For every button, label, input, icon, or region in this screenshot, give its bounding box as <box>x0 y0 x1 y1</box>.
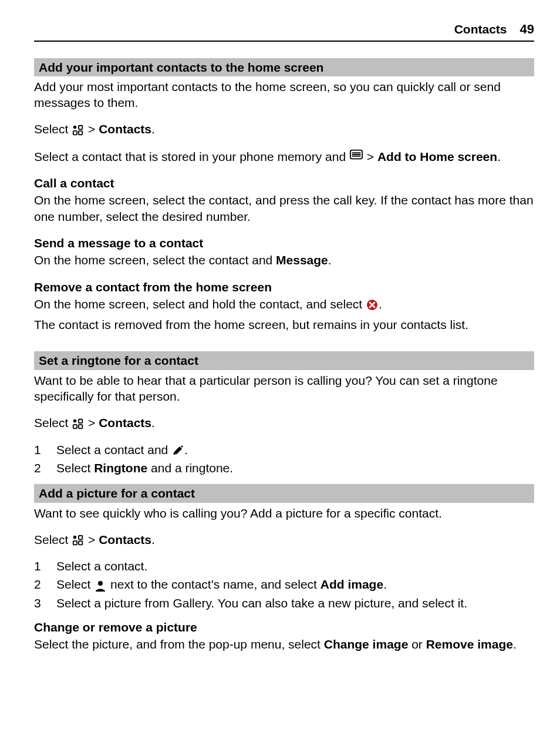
text: . <box>379 297 382 311</box>
text: . <box>151 122 155 136</box>
list-item: 2 Select Ringtone and a ringtone. <box>34 460 534 476</box>
edit-pencil-icon <box>171 444 184 457</box>
text: . <box>513 637 517 651</box>
subheading-remove-contact: Remove a contact from the home screen <box>34 279 534 295</box>
list-item: 1 Select a contact. <box>34 558 534 574</box>
body-text: Select a contact that is stored in your … <box>34 148 534 164</box>
menu-path-contacts: Contacts <box>99 122 151 136</box>
text: or <box>408 637 426 651</box>
body-text: Select > Contacts. <box>34 121 534 137</box>
svg-rect-19 <box>79 541 82 545</box>
section-heading-add-picture: Add a picture for a contact <box>34 484 534 502</box>
text: Select <box>34 416 72 429</box>
delete-x-icon <box>366 298 379 311</box>
svg-rect-1 <box>79 126 82 129</box>
menu-path-ringtone: Ringtone <box>94 461 147 475</box>
list-text: Select Ringtone and a ringtone. <box>56 460 233 476</box>
page-header: Contacts 49 <box>34 21 534 42</box>
text: > <box>88 416 99 429</box>
menu-path-change-image: Change image <box>324 637 409 651</box>
list-number: 1 <box>34 558 42 574</box>
options-menu-icon <box>349 148 363 161</box>
menu-path-contacts: Contacts <box>99 416 151 429</box>
text: > <box>88 122 99 136</box>
svg-rect-3 <box>79 131 82 135</box>
body-text: Want to be able to hear that a particula… <box>34 372 534 405</box>
subheading-change-picture: Change or remove a picture <box>34 619 534 635</box>
svg-rect-17 <box>79 536 82 539</box>
body-text: On the home screen, select and hold the … <box>34 296 534 312</box>
list-item: 1 Select a contact and . <box>34 442 534 458</box>
text: Select a contact that is stored in your … <box>34 150 349 163</box>
svg-point-0 <box>73 126 77 129</box>
text: . <box>497 150 501 163</box>
numbered-list: 1 Select a contact and . 2 Select Ringto… <box>34 442 534 476</box>
text: next to the contact's name, and select <box>110 577 321 591</box>
text: . <box>328 253 332 267</box>
text: . <box>184 443 188 456</box>
subheading-call-contact: Call a contact <box>34 175 534 191</box>
list-number: 2 <box>34 576 42 592</box>
text: . <box>151 416 155 429</box>
svg-rect-2 <box>73 131 77 135</box>
svg-rect-14 <box>79 425 82 428</box>
list-text: Select a contact. <box>56 558 147 574</box>
list-text: Select a picture from Gallery. You can a… <box>56 595 467 611</box>
body-text: The contact is removed from the home scr… <box>34 317 534 332</box>
text: . <box>383 577 387 591</box>
text: Select <box>34 533 72 546</box>
svg-point-11 <box>73 419 77 423</box>
menu-path-add-image: Add image <box>321 577 383 591</box>
person-silhouette-icon <box>94 579 107 592</box>
list-number: 1 <box>34 442 42 458</box>
menu-path-message: Message <box>276 253 328 267</box>
apps-grid-icon <box>72 124 85 137</box>
svg-point-15 <box>181 445 183 447</box>
text: Select the picture, and from the pop-up … <box>34 637 324 651</box>
text: Select <box>56 577 94 591</box>
menu-path-contacts: Contacts <box>99 533 151 546</box>
list-item: 2 Select next to the contact's name, and… <box>34 576 534 592</box>
section-heading-add-contacts-home: Add your important contacts to the home … <box>34 58 534 76</box>
body-text: Select > Contacts. <box>34 532 534 547</box>
svg-point-20 <box>98 581 103 586</box>
text: > <box>367 150 377 163</box>
svg-rect-13 <box>73 425 77 428</box>
body-text: Select the picture, and from the pop-up … <box>34 636 534 652</box>
svg-rect-18 <box>73 541 77 545</box>
body-text: Select > Contacts. <box>34 415 534 431</box>
menu-path-remove-image: Remove image <box>426 637 513 651</box>
menu-path-add-home: Add to Home screen <box>377 150 497 163</box>
list-text: Select a contact and . <box>56 442 188 458</box>
list-text: Select next to the contact's name, and s… <box>56 576 387 592</box>
header-page-number: 49 <box>520 21 534 38</box>
section-heading-set-ringtone: Set a ringtone for a contact <box>34 351 534 370</box>
body-text: On the home screen, select the contact a… <box>34 252 534 268</box>
header-section: Contacts <box>454 21 507 37</box>
text: and a ringtone. <box>147 461 233 475</box>
numbered-list: 1 Select a contact. 2 Select next to the… <box>34 558 534 611</box>
text: Select a contact and <box>56 443 171 456</box>
svg-point-16 <box>73 536 77 539</box>
text: > <box>88 533 99 546</box>
text: Select <box>34 122 72 136</box>
svg-rect-12 <box>79 419 82 423</box>
list-item: 3 Select a picture from Gallery. You can… <box>34 595 534 611</box>
subheading-send-message: Send a message to a contact <box>34 235 534 251</box>
text: . <box>151 533 155 546</box>
text: On the home screen, select the contact a… <box>34 253 276 267</box>
body-text: Want to see quickly who is calling you? … <box>34 505 534 521</box>
text: On the home screen, select and hold the … <box>34 297 366 311</box>
text: Select <box>56 461 94 475</box>
apps-grid-icon <box>72 418 85 431</box>
body-text: Add your most important contacts to the … <box>34 79 534 111</box>
list-number: 2 <box>34 460 42 476</box>
body-text: On the home screen, select the contact, … <box>34 192 534 224</box>
apps-grid-icon <box>72 534 85 547</box>
list-number: 3 <box>34 595 42 611</box>
